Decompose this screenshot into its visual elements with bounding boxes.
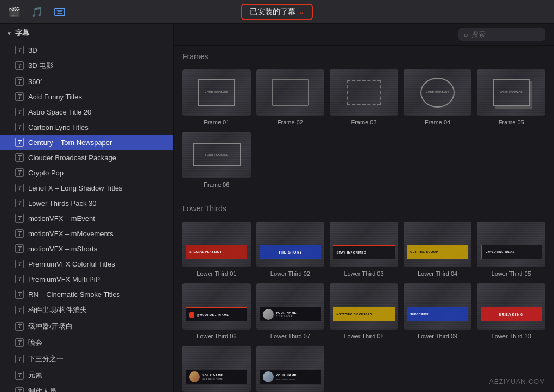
sidebar-item[interactable]: T LenoFX – Long Shadow Titles (0, 180, 173, 195)
thumbnail: YOUR FOOTAGE (182, 132, 251, 178)
sidebar-item[interactable]: T Crypto Pop (0, 165, 173, 180)
sidebar-item-label: PremiumVFX Multi PiP (28, 275, 100, 283)
sidebar-item[interactable]: T 360° (0, 74, 173, 89)
grid-item[interactable]: HOTTOPIC DISCUSSEDLower Third 08 (330, 283, 398, 340)
watermark: AEZIYUAN.COM (489, 378, 545, 385)
grid-item-label: Frame 03 (330, 118, 398, 127)
main-area: ▼ 字幕 T 3D T 3D 电影 T 360° T Acid Funny Ti… (0, 24, 554, 392)
sidebar-item[interactable]: T 3D (0, 42, 173, 58)
section-header: Lower Thirds (174, 198, 554, 222)
thumbnail: YOUR FOOTAGE (477, 69, 545, 116)
thumbnail: YOUR FOOTAGE (404, 69, 472, 116)
thumbnail: BREAKING (477, 283, 545, 330)
title-icon[interactable] (52, 4, 67, 20)
grid-item[interactable]: EXPLORING IDEASLower Third 05 (477, 222, 545, 279)
sidebar-item-label: motionVFX – mEvent (28, 214, 95, 223)
sidebar-item[interactable]: T Acid Funny Titles (0, 89, 173, 104)
sidebar-items-list: T 3D T 3D 电影 T 360° T Acid Funny Titles … (0, 42, 173, 392)
sidebar-item[interactable]: T 构件出现/构件消失 (0, 302, 173, 318)
grid-item[interactable]: YOUR NAMESubtitle here Lower Third 11 (182, 346, 251, 392)
title-type-icon: T (15, 244, 24, 253)
toolbar: 🎬 🎵 已安装的字幕 ⌄ (0, 0, 554, 24)
sidebar-item-label: 构件出现/构件消失 (28, 305, 87, 315)
grid-item[interactable]: YOUR FOOTAGEFrame 01 (182, 69, 251, 127)
sidebar-item[interactable]: T 晚会 (0, 334, 173, 351)
sidebar-item[interactable]: T Clouder Broadcast Package (0, 150, 173, 165)
sidebar-item[interactable]: T motionVFX – mMovements (0, 226, 173, 241)
section-header: Frames (174, 46, 554, 69)
grid-item[interactable]: THE STORYLower Third 02 (256, 222, 325, 279)
grid-item[interactable]: SUBSCRIBELower Third 09 (404, 283, 472, 340)
sidebar-item[interactable]: T 缓冲器/开场白 (0, 318, 173, 334)
sidebar-item[interactable]: T 元素 (0, 367, 173, 383)
grid-item-label: Lower Third 05 (477, 269, 545, 278)
sidebar-item-label: Astro Space Title 20 (28, 108, 91, 116)
thumbnail: YOUR FOOTAGE (182, 69, 251, 116)
film-icon[interactable]: 🎬 (7, 4, 22, 20)
title-type-icon: T (15, 92, 24, 101)
thumbnail: EXPLORING IDEAS (477, 222, 545, 268)
title-type-icon: T (15, 123, 24, 131)
grid-item[interactable]: SPECIAL PLAYLISTLower Third 01 (182, 222, 251, 279)
sidebar-item[interactable]: T 下三分之一 (0, 351, 173, 367)
sidebar-item[interactable]: T motionVFX – mEvent (0, 211, 173, 226)
chevron-down-icon: ⌄ (299, 8, 304, 16)
thumbnail: @YOURUSERNAME (182, 283, 251, 330)
grid-item[interactable]: GET THE SCOOPLower Third 04 (404, 222, 472, 279)
sidebar-item[interactable]: T Astro Space Title 20 (0, 104, 173, 119)
thumbnail: SUBSCRIBE (404, 283, 472, 330)
sidebar-item-label: 360° (28, 78, 43, 86)
sidebar-item[interactable]: T RN – Cinematic Smoke Titles (0, 287, 173, 302)
content-grid: SPECIAL PLAYLISTLower Third 01THE STORYL… (174, 222, 554, 392)
sidebar-item[interactable]: T motionVFX – mShorts (0, 241, 173, 256)
grid-item[interactable]: YOUR FOOTAGEFrame 05 (477, 69, 545, 127)
content-grid: YOUR FOOTAGEFrame 01Frame 02Frame 03YOUR… (174, 69, 554, 198)
content-sections: FramesYOUR FOOTAGEFrame 01Frame 02Frame … (174, 46, 554, 392)
sidebar-item-label: 缓冲器/开场白 (28, 321, 73, 331)
music-icon[interactable]: 🎵 (29, 4, 45, 20)
sidebar-item[interactable]: T 3D 电影 (0, 58, 173, 74)
grid-item[interactable]: YOUR FOOTAGEFrame 06 (182, 132, 251, 189)
grid-item[interactable]: YOUR FOOTAGEFrame 04 (404, 69, 472, 127)
title-type-icon: T (15, 108, 24, 116)
search-input-wrapper[interactable]: ⌕ (458, 28, 545, 41)
sidebar-item[interactable]: T PremiumVFX Colorful Titles (0, 256, 173, 271)
title-type-icon: T (15, 260, 24, 268)
sidebar-item[interactable]: T Cartoon Lyric Titles (0, 119, 173, 135)
grid-item[interactable]: Frame 02 (256, 69, 325, 127)
sidebar-item[interactable]: T Lower Thirds Pack 30 (0, 195, 173, 211)
title-type-icon: T (15, 322, 24, 331)
sidebar-item-label: RN – Cinematic Smoke Titles (28, 290, 120, 299)
thumbnail: YOUR NAMESubtitle here (182, 346, 251, 392)
grid-item-label: Frame 05 (477, 118, 545, 127)
grid-item[interactable]: YOUR NAMETitle / Role Lower Third 07 (256, 283, 325, 340)
title-type-icon: T (15, 77, 24, 86)
title-type-icon: T (15, 184, 24, 192)
thumbnail: THE STORY (256, 222, 325, 268)
grid-item[interactable]: YOUR NAME——- ——- ——- Lower Third 12 (256, 346, 325, 392)
sidebar-item[interactable]: T Century – Torn Newspaper (0, 135, 173, 150)
sidebar-item-label: motionVFX – mMovements (28, 230, 114, 238)
grid-item[interactable]: Frame 03 (330, 69, 398, 127)
section-arrow-icon: ▼ (7, 30, 12, 36)
thumbnail: GET THE SCOOP (404, 222, 472, 268)
grid-item[interactable]: STAY INFORMEDLower Third 03 (330, 222, 398, 279)
title-type-icon: T (15, 371, 24, 380)
sidebar-item[interactable]: T 制作人员 (0, 383, 173, 392)
grid-item-label: Lower Third 02 (256, 269, 325, 278)
title-type-icon: T (15, 355, 24, 363)
title-type-icon: T (15, 61, 24, 70)
title-type-icon: T (15, 46, 24, 54)
title-type-icon: T (15, 387, 24, 392)
grid-item-label: Lower Third 08 (330, 332, 398, 340)
installed-subtitles-dropdown[interactable]: 已安装的字幕 ⌄ (241, 4, 313, 20)
search-input[interactable] (471, 30, 540, 39)
thumbnail: YOUR NAME——- ——- ——- (256, 346, 325, 392)
thumbnail: HOTTOPIC DISCUSSED (330, 283, 398, 330)
sidebar-section-label: 字幕 (15, 28, 29, 38)
sidebar-item-label: 元素 (28, 370, 42, 380)
grid-item[interactable]: @YOURUSERNAME Lower Third 06 (182, 283, 251, 340)
sidebar-item-label: PremiumVFX Colorful Titles (28, 260, 115, 268)
sidebar-item[interactable]: T PremiumVFX Multi PiP (0, 271, 173, 287)
grid-item[interactable]: BREAKINGLower Third 10 (477, 283, 545, 340)
